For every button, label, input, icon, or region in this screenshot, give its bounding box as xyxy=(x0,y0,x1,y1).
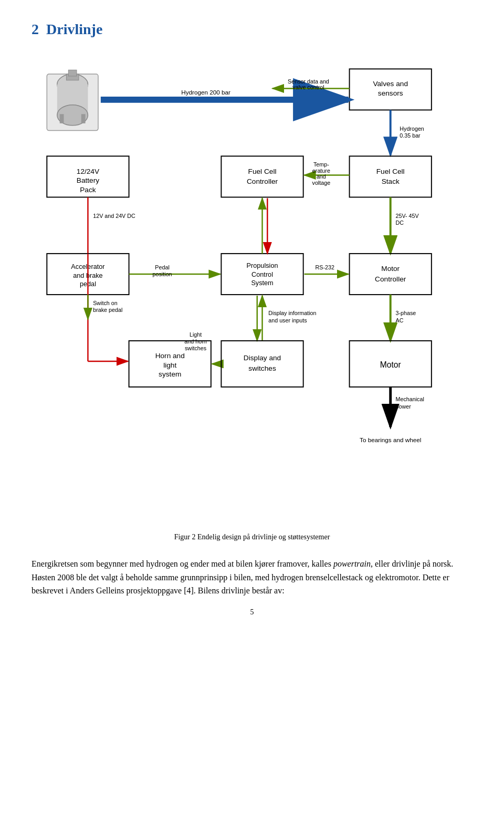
svg-text:valve control: valve control xyxy=(292,84,324,90)
diagram-container: Valves and sensors Hydrogen 200 bar Hydr… xyxy=(32,54,472,517)
svg-text:Horn and: Horn and xyxy=(155,352,185,360)
svg-text:12V and 24V DC: 12V and 24V DC xyxy=(93,213,135,219)
figure-caption: Figur 2 Endelig design på drivlinje og s… xyxy=(32,533,472,541)
svg-text:25V- 45V: 25V- 45V xyxy=(395,213,419,219)
svg-text:Fuel Cell: Fuel Cell xyxy=(248,168,277,175)
svg-text:position: position xyxy=(153,271,172,277)
svg-text:3-phase: 3-phase xyxy=(395,310,416,316)
svg-text:DC: DC xyxy=(395,220,404,226)
svg-text:AC: AC xyxy=(395,317,403,323)
svg-rect-28 xyxy=(350,156,432,197)
svg-text:Propulsion: Propulsion xyxy=(247,262,278,269)
svg-text:Control: Control xyxy=(251,271,273,278)
svg-rect-12 xyxy=(60,114,64,123)
svg-rect-11 xyxy=(68,70,77,76)
svg-text:Hydrogen: Hydrogen xyxy=(400,126,424,132)
svg-text:Fuel Cell: Fuel Cell xyxy=(376,168,405,175)
system-diagram: Valves and sensors Hydrogen 200 bar Hydr… xyxy=(32,54,472,515)
svg-text:system: system xyxy=(159,370,181,378)
svg-text:Pedal: Pedal xyxy=(155,264,169,270)
svg-text:12/24V: 12/24V xyxy=(77,168,100,175)
svg-text:Temp-: Temp- xyxy=(313,161,329,168)
svg-text:Pack: Pack xyxy=(80,186,96,194)
svg-rect-58 xyxy=(350,254,432,295)
svg-text:brake pedal: brake pedal xyxy=(93,307,122,313)
svg-text:erature: erature xyxy=(312,168,330,174)
svg-text:0.35 bar: 0.35 bar xyxy=(400,132,421,139)
svg-text:Display and: Display and xyxy=(244,354,281,362)
svg-text:System: System xyxy=(251,279,273,287)
svg-text:and user inputs: and user inputs xyxy=(268,317,307,323)
svg-text:and horn: and horn xyxy=(184,338,206,344)
svg-text:power: power xyxy=(395,403,411,410)
svg-text:Light: Light xyxy=(190,331,202,338)
svg-text:RS-232: RS-232 xyxy=(315,264,334,270)
svg-text:Mechanical: Mechanical xyxy=(395,396,424,402)
svg-text:Hydrogen 200 bar: Hydrogen 200 bar xyxy=(181,89,230,96)
svg-text:switches: switches xyxy=(248,364,276,372)
svg-text:Sensor data and: Sensor data and xyxy=(288,78,329,85)
svg-text:Motor: Motor xyxy=(381,265,400,273)
svg-text:and: and xyxy=(317,173,326,180)
svg-text:Stack: Stack xyxy=(382,177,400,185)
svg-text:Display information: Display information xyxy=(268,310,316,316)
svg-text:light: light xyxy=(163,361,176,369)
svg-text:switches: switches xyxy=(185,345,206,351)
svg-text:Controller: Controller xyxy=(375,275,406,283)
svg-rect-13 xyxy=(81,114,86,123)
page-number: 5 xyxy=(32,608,472,617)
svg-text:Motor: Motor xyxy=(380,360,401,369)
svg-text:sensors: sensors xyxy=(378,89,403,97)
svg-text:voltage: voltage xyxy=(312,180,331,186)
paragraph-1: Energikretsen som begynner med hydrogen … xyxy=(32,557,472,598)
svg-text:Valves and: Valves and xyxy=(373,80,408,88)
svg-text:Controller: Controller xyxy=(247,177,278,185)
svg-text:To bearings and wheel: To bearings and wheel xyxy=(360,436,421,443)
svg-text:Switch on: Switch on xyxy=(93,300,118,306)
svg-rect-25 xyxy=(221,156,303,197)
page-heading: 2 Drivlinje xyxy=(32,21,472,38)
svg-text:Battery: Battery xyxy=(77,176,99,184)
